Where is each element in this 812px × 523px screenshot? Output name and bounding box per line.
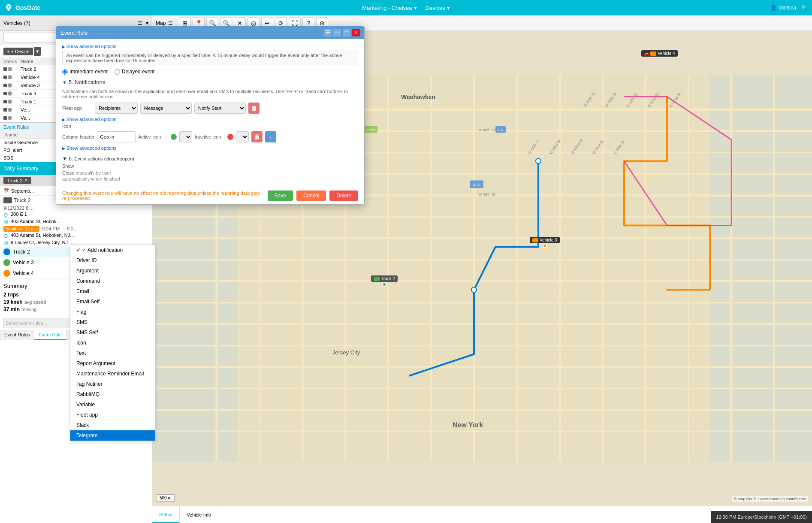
location-icon3: ⊙ xyxy=(3,233,8,239)
section5-arrow[interactable]: ▼ xyxy=(62,80,67,85)
save-button[interactable]: Save xyxy=(268,190,293,201)
add-icon-button[interactable]: + xyxy=(265,131,276,142)
trip2-address2-row: ✉ 9 Laurel Ct, Jersey City, NJ ... xyxy=(0,239,152,247)
event-actions-text: Show xyxy=(62,163,358,169)
search-icon[interactable]: 🔍 xyxy=(801,5,808,11)
map-scale: 500 m xyxy=(157,494,175,502)
summary-avg-speed: 19 km/h avg speed xyxy=(3,299,72,305)
summary-grid: 2 trips 12 km distance 19 km/h avg speed… xyxy=(3,292,148,312)
standstill-badge: Standstill: 12 min xyxy=(3,226,39,232)
truck-tab-close[interactable]: ✕ xyxy=(24,178,28,183)
svg-text:495: 495 xyxy=(473,183,480,187)
vehicle-eye-truck2[interactable] xyxy=(3,248,10,255)
close-text: Close manually by user xyxy=(62,170,358,175)
summary-distance: 12 km distance xyxy=(80,292,148,298)
summary-trips: 2 trips xyxy=(3,292,72,298)
modal-footer: Changing this event rule will have no ef… xyxy=(56,187,364,204)
icon-label: Icon xyxy=(62,124,92,129)
summary-section: Summary ▾ 2 trips 12 km distance 19 km/h… xyxy=(0,279,152,316)
summary-title: Summary xyxy=(3,283,27,289)
notify-start-select[interactable]: Notify Start xyxy=(194,103,246,114)
icon-section: Icon xyxy=(62,124,358,129)
standstill-row: Standstill: 12 min 9:24 PM → 9:2... xyxy=(0,226,152,232)
notif-row: Fleet app Recipients Message Notify Star… xyxy=(62,103,358,114)
vehicle-eye-vehicle3[interactable] xyxy=(3,259,10,266)
radio-row: Immediate event Delayed event xyxy=(62,69,358,75)
message-select[interactable]: Message xyxy=(140,103,192,114)
modal-maximize-button[interactable]: □ xyxy=(343,29,350,36)
location-icon2: ✉ xyxy=(3,219,8,225)
col-status-header: Status xyxy=(3,59,21,64)
svg-text:Jersey City: Jersey City xyxy=(332,349,360,356)
app-name: GpsGate xyxy=(15,4,40,11)
global-bottom-bar: 12:36 PM Europe/Stockholm (GMT +01:00) xyxy=(711,511,812,523)
inactive-color-dot xyxy=(227,134,233,140)
event-rules-input: Select event rules... xyxy=(0,316,152,330)
section6-header: ▼ 6. Event actions (close/reopen) xyxy=(62,156,358,162)
summary-chevron[interactable]: ▾ xyxy=(146,283,148,289)
svg-rect-2 xyxy=(710,76,812,462)
trip-address2-row: ✉ 403 Adams St, Hobok... xyxy=(0,218,152,226)
auto-close-text: automatically when finished xyxy=(62,176,358,181)
delete-icon-button[interactable]: 🗑 xyxy=(251,131,263,142)
status-tab-status[interactable]: Status xyxy=(152,506,180,523)
svg-point-33 xyxy=(536,159,541,164)
modal-title-bar: Event Rule ☰ — □ ✕ xyxy=(56,26,364,39)
tab-event-rules[interactable]: Event Rules xyxy=(0,330,34,340)
footer-warning: Changing this event rule will have no ef… xyxy=(62,190,264,201)
user-menu[interactable]: 👤 chelsea xyxy=(770,5,796,11)
truck-tab[interactable]: Truck 2 ✕ xyxy=(3,177,31,184)
nav-devices[interactable]: Devices ▾ xyxy=(426,5,450,11)
active-icon-dropdown[interactable]: ▾ xyxy=(179,131,192,142)
hamburger-icon[interactable]: ☰ xyxy=(138,20,142,26)
truck-icon xyxy=(3,197,12,203)
svg-text:9A: 9A xyxy=(498,128,503,132)
modal-minimize-button[interactable]: — xyxy=(333,29,341,36)
add-device-dropdown[interactable]: ▾ xyxy=(34,47,41,56)
modal-body: Show advanced options An event can be tr… xyxy=(56,39,364,187)
advanced-options-link[interactable]: Show advanced options xyxy=(62,44,116,49)
nav-marketing[interactable]: Marketing - Chelsea ▾ xyxy=(362,5,417,11)
vehicle-list-vehicle3[interactable]: Vehicle 3 xyxy=(0,257,152,268)
map-attribution: © MapTiler © OpenStreetMap contributors xyxy=(732,496,808,502)
map-menu-icon[interactable]: ☰ xyxy=(168,20,173,26)
cancel-button[interactable]: Cancel xyxy=(296,190,326,201)
column-header-input[interactable] xyxy=(97,131,136,142)
modal-title: Event Rule xyxy=(60,30,88,36)
advanced-options3-link[interactable]: Show advanced options xyxy=(62,145,116,151)
vehicle-list-vehicle4[interactable]: Vehicle 4 xyxy=(0,268,152,279)
event-rule-modal: Event Rule ☰ — □ ✕ Show advanced options… xyxy=(56,26,365,205)
inactive-icon-dropdown[interactable]: ▾ xyxy=(236,131,249,142)
nav-right: 👤 chelsea 🔍 xyxy=(770,5,808,11)
status-tab-vehicle-info[interactable]: Vehicle Info xyxy=(180,506,218,523)
modal-menu-button[interactable]: ☰ xyxy=(324,29,332,36)
chevron-down-icon[interactable]: ▾ xyxy=(146,20,148,26)
event-rules-select[interactable]: Select event rules... xyxy=(3,318,148,328)
delete-button[interactable]: Delete xyxy=(329,190,358,201)
advanced-options2-link[interactable]: Show advanced options xyxy=(62,117,116,122)
svg-text:W 48th St: W 48th St xyxy=(478,128,495,132)
vehicle3-marker: Vehicle 3 xyxy=(530,237,560,248)
center-nav: Marketing - Chelsea ▾ Devices ▾ xyxy=(362,5,450,11)
section5-header: ▼ 5. Notifications xyxy=(62,79,358,85)
immediate-event-radio[interactable]: Immediate event xyxy=(62,69,108,75)
summary-standstills: 12 min standstills xyxy=(80,306,148,312)
delayed-event-radio[interactable]: Delayed event xyxy=(115,69,155,75)
top-nav: GpsGate Marketing - Chelsea ▾ Devices ▾ … xyxy=(0,0,812,15)
add-device-button[interactable]: + + Device xyxy=(3,48,33,55)
vehicles-title: Vehicles (7) xyxy=(3,20,134,26)
vehicle-list-truck2[interactable]: Truck 2 11 km · 43 min › xyxy=(0,247,152,257)
vehicle-eye-vehicle4[interactable] xyxy=(3,270,10,277)
svg-text:CR 501: CR 501 xyxy=(364,128,376,132)
modal-close-button[interactable]: ✕ xyxy=(352,29,360,36)
modal-controls: ☰ — □ ✕ xyxy=(324,29,360,36)
vehicle4-marker: Vehicle 4 xyxy=(641,50,678,57)
recipients-select[interactable]: Recipients xyxy=(95,103,138,114)
map-title: Map xyxy=(156,20,166,26)
fleet-app-label: Fleet app xyxy=(62,106,92,111)
trip-time-row: 9/12/2022 8:... xyxy=(0,205,152,211)
event-rules-label: Event Rules xyxy=(3,124,29,130)
delete-notif-button[interactable]: 🗑 xyxy=(248,103,260,114)
inactive-icon-label: Inactive icon xyxy=(195,134,225,139)
tab-event-rule[interactable]: Event Rule xyxy=(34,330,66,340)
